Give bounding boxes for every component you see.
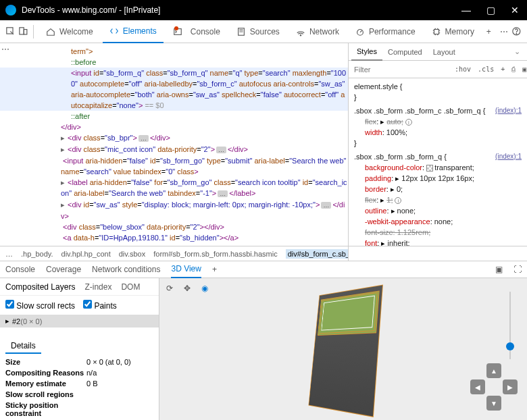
tab-network[interactable]: Network [289,20,346,43]
main-toolbar: Welcome Elements Console Sources Network… [0,20,527,43]
dom-pseudo-before[interactable]: ::before [0,57,348,68]
nav-right-button[interactable]: ▶ [503,379,518,394]
minimize-button[interactable]: — [459,5,473,16]
tab-console[interactable]: Console [166,20,227,43]
chevron-down-icon[interactable]: ⌄ [510,47,524,56]
dom-node-selected[interactable]: <input id="sb_form_q" class="sb_form_q" … [0,68,348,111]
drawer-tab-3dview[interactable]: 3D View [171,261,201,278]
styles-panel: Styles Computed Layout ⌄ :hov .cls + ⎙ ▣… [349,43,527,246]
svg-point-9 [516,34,517,34]
hov-button[interactable]: :hov [453,64,473,74]
check-slow-scroll[interactable]: Slow scroll rects [5,300,75,311]
nav-up-button[interactable]: ▲ [486,363,501,378]
details-header: Details [5,339,41,354]
dom-breadcrumb[interactable]: … .hp_body. div.hpl.hp_cont div.sbox for… [0,246,349,261]
drawer-tab-coverage[interactable]: Coverage [46,265,81,274]
3d-viewport[interactable]: ⟳ ✥ ◉ ▲ ◀ ▶ ▼ [159,278,527,420]
svg-point-5 [300,34,301,35]
details-table: Size0 × 0 (at 0, 0) Compositing Reasonsn… [0,355,159,420]
dom-node[interactable]: <input aria-hidden="false" id="sb_form_g… [0,155,348,177]
dom-node[interactable]: ▸<label aria-hidden="false" for="sb_form… [0,177,348,199]
device-icon[interactable] [18,24,28,40]
cls-button[interactable]: .cls [476,64,496,74]
nav-left-button[interactable]: ◀ [470,379,485,394]
edge-icon [5,5,16,16]
tab-sources[interactable]: Sources [230,20,286,43]
dom-node[interactable]: <input type="hidden" value="QBLH" name="… [0,243,348,246]
3d-layers [308,284,382,417]
tab-layout[interactable]: Layout [428,43,461,61]
print-icon[interactable]: ⎙ [509,64,518,74]
dom-node[interactable]: </div> [0,122,348,132]
svg-rect-1 [20,28,24,34]
window-title: DevTools - www.bing.com/ - [InPrivate] [22,5,459,15]
maximize-button[interactable]: ▢ [484,5,497,16]
zoom-slider[interactable] [509,292,511,359]
source-link[interactable]: (index):1 [495,105,522,116]
rotate-icon[interactable]: ◉ [199,282,211,294]
expand-icon[interactable]: ⛶ [513,265,522,274]
drawer-tabs: Console Coverage Network conditions 3D V… [0,261,527,278]
tab-memory[interactable]: Memory [425,20,481,43]
dom-node[interactable]: ▸<div id="sw_as" style="display: block; … [0,199,348,221]
drawer-tab-network[interactable]: Network conditions [92,265,160,274]
drawer-tab-console[interactable]: Console [5,265,35,274]
tab-dom[interactable]: DOM [121,282,140,292]
dom-tree[interactable]: term"> ::before <input id="sb_form_q" cl… [0,43,349,246]
dom-node[interactable]: ▸<div class="sb_bpr">…</div> [0,132,348,144]
dom-node[interactable]: term"> [0,46,348,57]
add-tab-icon[interactable]: + [484,24,494,40]
nav-down-button[interactable]: ▼ [486,396,501,411]
3d-nav: ▲ ◀ ▶ ▼ [470,363,518,411]
close-button[interactable]: ✕ [508,5,522,16]
styles-filter-input[interactable] [351,64,450,75]
tab-performance[interactable]: Performance [349,20,422,43]
pan-icon[interactable]: ✥ [181,282,193,294]
tab-zindex[interactable]: Z-index [84,282,111,292]
dom-node[interactable]: <div class="below_sbox" data-priority="2… [0,221,348,232]
tab-composited-layers[interactable]: Composited Layers [5,282,75,292]
check-paints[interactable]: Paints [83,300,117,311]
tab-computed[interactable]: Computed [382,43,428,61]
svg-rect-2 [24,30,27,34]
titlebar: DevTools - www.bing.com/ - [InPrivate] —… [0,0,527,20]
dom-node[interactable]: <a data-h="ID=HpApp,19180.1" id="sb_hidd… [0,232,348,243]
add-drawer-tab-icon[interactable]: + [212,265,217,274]
dom-pseudo-after[interactable]: ::after [0,111,348,122]
dock-icon[interactable]: ▣ [495,265,503,274]
more-icon[interactable]: ⋯ [499,24,509,40]
new-rule-icon[interactable]: + [499,64,507,74]
layers-panel: Composited Layers Z-index DOM Slow scrol… [0,278,159,420]
help-icon[interactable] [511,24,522,40]
tab-styles[interactable]: Styles [351,43,382,61]
inspect-icon[interactable] [5,24,16,40]
css-rules[interactable]: element.style {} (index):1 .sbox .sb_for… [349,78,527,246]
dom-node[interactable]: ▸<div class="mic_cont icon" data-priorit… [0,144,348,155]
panel-icon[interactable]: ▣ [520,64,527,74]
svg-rect-7 [434,29,438,34]
tab-welcome[interactable]: Welcome [39,20,100,43]
tab-elements[interactable]: Elements [103,20,164,43]
layer-item[interactable]: ▸#2(0 × 0) [0,315,159,327]
source-link[interactable]: (index):1 [495,151,522,162]
reload-icon[interactable]: ⟳ [164,282,176,294]
